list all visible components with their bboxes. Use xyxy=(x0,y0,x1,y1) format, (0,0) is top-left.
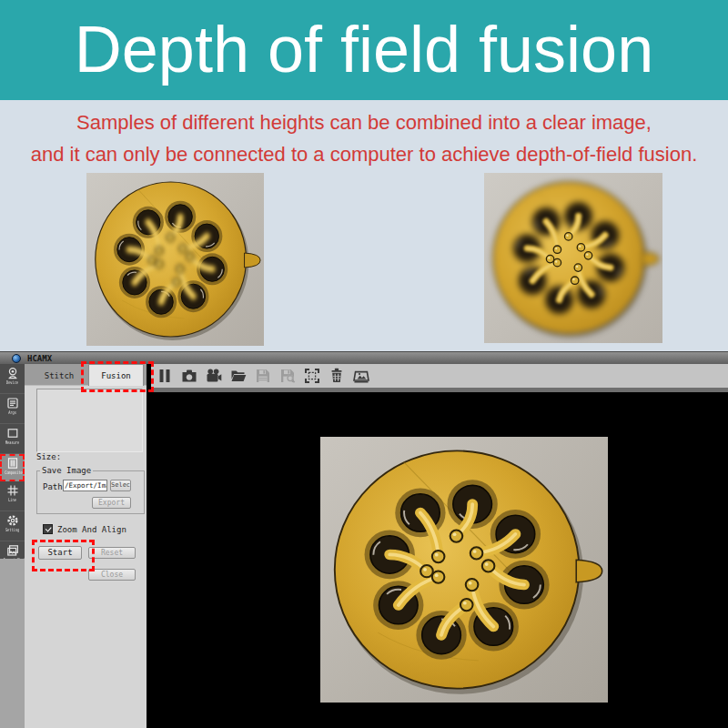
app-logo-icon xyxy=(12,354,21,363)
preview-canvas[interactable] xyxy=(147,364,728,728)
sidebar-item-args[interactable]: Args xyxy=(0,397,25,424)
sidebar-item-label: Line xyxy=(4,497,21,502)
sidebar-item-label: Setting xyxy=(4,527,21,532)
close-button[interactable]: Close xyxy=(88,569,136,581)
gear-icon xyxy=(6,514,19,527)
fusion-list-area[interactable] xyxy=(36,389,143,452)
args-list-icon xyxy=(6,397,19,410)
sidebar-item-composite[interactable]: Composite xyxy=(0,454,25,481)
description-line-2: and it can only be connected to a comput… xyxy=(0,143,728,167)
banner-title: Depth of field fusion xyxy=(0,0,728,98)
zoom-align-label: Zoom And Align xyxy=(57,525,126,534)
composite-icon xyxy=(6,457,19,470)
reset-button[interactable]: Reset xyxy=(88,547,136,559)
zoom-align-checkbox[interactable] xyxy=(43,524,53,534)
sidebar-item-device[interactable]: Device xyxy=(0,367,25,394)
app-window: HCAMX DeviceArgsMeasureCompositeLineSett… xyxy=(0,351,728,728)
gallery-image-icon[interactable] xyxy=(353,368,369,384)
photos-stack-icon xyxy=(6,544,19,557)
sample-image-focus-tips xyxy=(484,173,662,343)
delete-trash-icon[interactable] xyxy=(329,368,345,384)
snapshot-camera-icon[interactable] xyxy=(181,368,197,384)
line-grid-icon xyxy=(6,484,19,497)
save-image-legend: Save Image xyxy=(40,466,93,475)
sample-image-focus-surface xyxy=(86,173,264,346)
start-button-highlight-box xyxy=(32,540,95,571)
select-button[interactable]: Select xyxy=(110,480,131,491)
sidebar-lower-strip xyxy=(0,559,25,728)
sidebar-item-setting[interactable]: Setting xyxy=(0,514,25,541)
toolbar xyxy=(151,364,728,388)
save-icon[interactable] xyxy=(255,368,271,384)
fit-screen-icon[interactable] xyxy=(304,368,320,384)
fused-result-image xyxy=(320,437,608,703)
sidebar-item-label: Device xyxy=(4,379,21,385)
fusion-tab-highlight-box xyxy=(81,361,154,392)
pause-icon[interactable] xyxy=(157,368,173,384)
export-button[interactable]: Export xyxy=(92,497,131,509)
sidebar: DeviceArgsMeasureCompositeLineSettingRec… xyxy=(0,364,25,559)
webcam-icon xyxy=(6,367,19,379)
save-image-group: Save Image Path: /Export/Image Select Ex… xyxy=(36,470,145,514)
sidebar-item-line[interactable]: Line xyxy=(0,484,25,511)
sidebar-item-label: Composite xyxy=(5,470,20,475)
save-as-icon[interactable] xyxy=(279,368,296,384)
sidebar-item-label: Args xyxy=(4,410,21,415)
toolbar-edge xyxy=(151,388,728,392)
zoom-align-row: Zoom And Align xyxy=(43,524,126,534)
description-line-1: Samples of different heights can be comb… xyxy=(0,111,728,135)
tab-stitch[interactable]: Stitch xyxy=(34,366,85,386)
measure-square-icon xyxy=(6,427,19,440)
open-folder-icon[interactable] xyxy=(230,368,247,384)
size-label: Size: xyxy=(36,452,61,461)
record-video-icon[interactable] xyxy=(206,368,222,384)
banner: Depth of field fusion xyxy=(0,0,728,100)
sidebar-item-label: Measure xyxy=(4,440,21,445)
sidebar-item-measure[interactable]: Measure xyxy=(0,427,25,454)
path-input[interactable]: /Export/Image xyxy=(63,480,107,491)
fusion-panel: Stitch Fusion Size: Save Image Path: /Ex… xyxy=(25,364,147,728)
app-title: HCAMX xyxy=(27,352,52,365)
